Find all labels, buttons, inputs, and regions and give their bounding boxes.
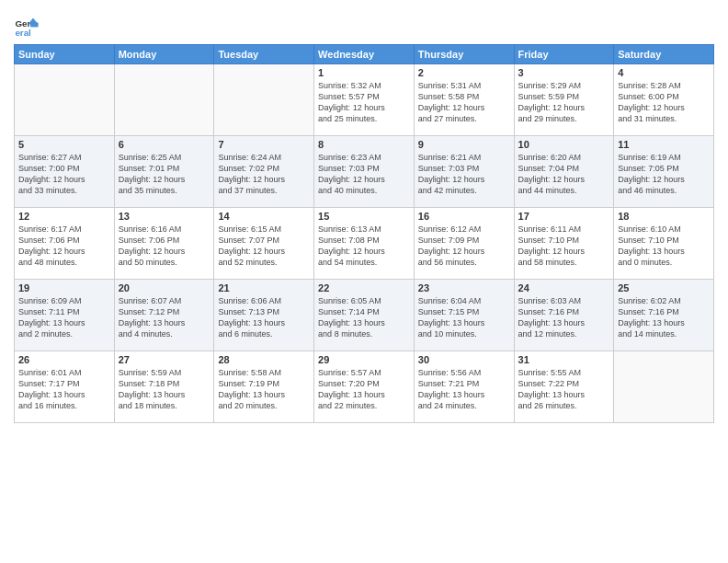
day-number: 31 (518, 354, 610, 365)
logo-icon: Gen eral (14, 13, 40, 39)
calendar-cell: 26Sunrise: 6:01 AM Sunset: 7:17 PM Dayli… (15, 351, 115, 423)
day-info: Sunrise: 5:56 AM Sunset: 7:21 PM Dayligh… (418, 367, 510, 412)
day-info: Sunrise: 6:23 AM Sunset: 7:03 PM Dayligh… (318, 152, 410, 197)
day-number: 22 (318, 282, 410, 293)
calendar-cell: 24Sunrise: 6:03 AM Sunset: 7:16 PM Dayli… (514, 280, 614, 351)
day-number: 20 (119, 282, 210, 293)
calendar-cell: 8Sunrise: 6:23 AM Sunset: 7:03 PM Daylig… (314, 136, 415, 208)
day-number: 18 (618, 211, 710, 222)
day-info: Sunrise: 6:04 AM Sunset: 7:15 PM Dayligh… (418, 295, 510, 340)
day-number: 16 (418, 211, 510, 222)
calendar-cell: 7Sunrise: 6:24 AM Sunset: 7:02 PM Daylig… (214, 136, 314, 208)
calendar-cell (15, 64, 115, 136)
weekday-header-friday: Friday (514, 45, 614, 64)
calendar: SundayMondayTuesdayWednesdayThursdayFrid… (14, 44, 714, 423)
calendar-cell: 16Sunrise: 6:12 AM Sunset: 7:09 PM Dayli… (414, 208, 514, 280)
day-info: Sunrise: 6:13 AM Sunset: 7:08 PM Dayligh… (318, 224, 410, 269)
calendar-cell: 5Sunrise: 6:27 AM Sunset: 7:00 PM Daylig… (15, 136, 115, 208)
day-number: 17 (518, 211, 610, 222)
day-number: 9 (418, 139, 510, 150)
day-number: 30 (418, 354, 510, 365)
day-number: 26 (18, 354, 110, 365)
logo: Gen eral (14, 13, 41, 39)
day-number: 5 (18, 139, 110, 150)
day-info: Sunrise: 6:20 AM Sunset: 7:04 PM Dayligh… (518, 152, 610, 197)
calendar-cell: 11Sunrise: 6:19 AM Sunset: 7:05 PM Dayli… (614, 136, 714, 208)
day-info: Sunrise: 6:02 AM Sunset: 7:16 PM Dayligh… (618, 295, 710, 340)
day-number: 6 (119, 139, 210, 150)
calendar-cell: 12Sunrise: 6:17 AM Sunset: 7:06 PM Dayli… (15, 208, 115, 280)
calendar-cell: 6Sunrise: 6:25 AM Sunset: 7:01 PM Daylig… (114, 136, 214, 208)
calendar-cell: 25Sunrise: 6:02 AM Sunset: 7:16 PM Dayli… (614, 280, 714, 351)
weekday-header-saturday: Saturday (614, 45, 714, 64)
day-info: Sunrise: 5:55 AM Sunset: 7:22 PM Dayligh… (518, 367, 610, 412)
day-info: Sunrise: 6:12 AM Sunset: 7:09 PM Dayligh… (418, 224, 510, 269)
day-number: 15 (318, 211, 410, 222)
day-number: 12 (18, 211, 110, 222)
calendar-week-row: 1Sunrise: 5:32 AM Sunset: 5:57 PM Daylig… (15, 64, 714, 136)
day-info: Sunrise: 6:01 AM Sunset: 7:17 PM Dayligh… (18, 367, 110, 412)
day-number: 21 (218, 282, 310, 293)
calendar-cell: 13Sunrise: 6:16 AM Sunset: 7:06 PM Dayli… (114, 208, 214, 280)
day-info: Sunrise: 6:09 AM Sunset: 7:11 PM Dayligh… (18, 295, 110, 340)
calendar-week-row: 5Sunrise: 6:27 AM Sunset: 7:00 PM Daylig… (15, 136, 714, 208)
day-info: Sunrise: 6:15 AM Sunset: 7:07 PM Dayligh… (218, 224, 310, 269)
calendar-week-row: 26Sunrise: 6:01 AM Sunset: 7:17 PM Dayli… (15, 351, 714, 423)
calendar-cell: 29Sunrise: 5:57 AM Sunset: 7:20 PM Dayli… (314, 351, 415, 423)
calendar-cell: 1Sunrise: 5:32 AM Sunset: 5:57 PM Daylig… (314, 64, 415, 136)
day-number: 29 (318, 354, 410, 365)
day-number: 13 (119, 211, 210, 222)
calendar-cell: 4Sunrise: 5:28 AM Sunset: 6:00 PM Daylig… (614, 64, 714, 136)
day-number: 28 (218, 354, 310, 365)
calendar-cell: 9Sunrise: 6:21 AM Sunset: 7:03 PM Daylig… (414, 136, 514, 208)
day-info: Sunrise: 5:58 AM Sunset: 7:19 PM Dayligh… (218, 367, 310, 412)
day-number: 24 (518, 282, 610, 293)
calendar-cell: 28Sunrise: 5:58 AM Sunset: 7:19 PM Dayli… (214, 351, 314, 423)
svg-marker-3 (30, 23, 38, 28)
day-info: Sunrise: 6:10 AM Sunset: 7:10 PM Dayligh… (618, 224, 710, 269)
calendar-week-row: 12Sunrise: 6:17 AM Sunset: 7:06 PM Dayli… (15, 208, 714, 280)
day-number: 8 (318, 139, 410, 150)
day-info: Sunrise: 5:32 AM Sunset: 5:57 PM Dayligh… (318, 80, 410, 125)
day-info: Sunrise: 6:27 AM Sunset: 7:00 PM Dayligh… (18, 152, 110, 197)
weekday-header-wednesday: Wednesday (314, 45, 415, 64)
day-info: Sunrise: 6:07 AM Sunset: 7:12 PM Dayligh… (119, 295, 210, 340)
day-number: 7 (218, 139, 310, 150)
day-info: Sunrise: 5:29 AM Sunset: 5:59 PM Dayligh… (518, 80, 610, 125)
calendar-cell: 22Sunrise: 6:05 AM Sunset: 7:14 PM Dayli… (314, 280, 415, 351)
day-number: 14 (218, 211, 310, 222)
weekday-header-sunday: Sunday (15, 45, 115, 64)
calendar-cell: 17Sunrise: 6:11 AM Sunset: 7:10 PM Dayli… (514, 208, 614, 280)
day-number: 4 (618, 67, 710, 78)
day-info: Sunrise: 5:57 AM Sunset: 7:20 PM Dayligh… (318, 367, 410, 412)
day-number: 19 (18, 282, 110, 293)
day-info: Sunrise: 5:28 AM Sunset: 6:00 PM Dayligh… (618, 80, 710, 125)
day-info: Sunrise: 6:06 AM Sunset: 7:13 PM Dayligh… (218, 295, 310, 340)
calendar-cell (614, 351, 714, 423)
calendar-cell: 20Sunrise: 6:07 AM Sunset: 7:12 PM Dayli… (114, 280, 214, 351)
day-info: Sunrise: 6:16 AM Sunset: 7:06 PM Dayligh… (119, 224, 210, 269)
day-info: Sunrise: 6:03 AM Sunset: 7:16 PM Dayligh… (518, 295, 610, 340)
day-info: Sunrise: 6:05 AM Sunset: 7:14 PM Dayligh… (318, 295, 410, 340)
calendar-week-row: 19Sunrise: 6:09 AM Sunset: 7:11 PM Dayli… (15, 280, 714, 351)
day-info: Sunrise: 5:31 AM Sunset: 5:58 PM Dayligh… (418, 80, 510, 125)
calendar-cell: 27Sunrise: 5:59 AM Sunset: 7:18 PM Dayli… (114, 351, 214, 423)
day-number: 11 (618, 139, 710, 150)
day-info: Sunrise: 6:19 AM Sunset: 7:05 PM Dayligh… (618, 152, 710, 197)
calendar-cell: 23Sunrise: 6:04 AM Sunset: 7:15 PM Dayli… (414, 280, 514, 351)
calendar-cell: 30Sunrise: 5:56 AM Sunset: 7:21 PM Dayli… (414, 351, 514, 423)
calendar-cell (214, 64, 314, 136)
day-number: 3 (518, 67, 610, 78)
header: Gen eral (14, 9, 714, 39)
weekday-header-tuesday: Tuesday (214, 45, 314, 64)
day-number: 23 (418, 282, 510, 293)
calendar-cell: 18Sunrise: 6:10 AM Sunset: 7:10 PM Dayli… (614, 208, 714, 280)
calendar-cell: 2Sunrise: 5:31 AM Sunset: 5:58 PM Daylig… (414, 64, 514, 136)
weekday-header-monday: Monday (114, 45, 214, 64)
svg-text:eral: eral (15, 28, 31, 38)
day-info: Sunrise: 6:17 AM Sunset: 7:06 PM Dayligh… (18, 224, 110, 269)
calendar-cell: 10Sunrise: 6:20 AM Sunset: 7:04 PM Dayli… (514, 136, 614, 208)
day-info: Sunrise: 6:25 AM Sunset: 7:01 PM Dayligh… (119, 152, 210, 197)
calendar-cell: 19Sunrise: 6:09 AM Sunset: 7:11 PM Dayli… (15, 280, 115, 351)
day-info: Sunrise: 6:21 AM Sunset: 7:03 PM Dayligh… (418, 152, 510, 197)
